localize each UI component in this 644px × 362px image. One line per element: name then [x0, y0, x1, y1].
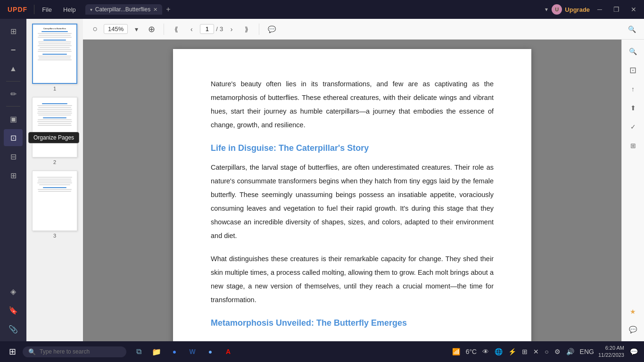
thumbnail-panel[interactable]: Caterpillars to Butterflies 1 [26, 19, 83, 341]
tab-caterpillar[interactable]: ▾ Caterpillar...Butterflies ✕ [85, 4, 162, 15]
right-chat-btn[interactable]: 💬 [625, 321, 642, 337]
taskview-btn[interactable]: ⧉ [130, 343, 147, 360]
unknown-app-icon: ● [208, 348, 212, 355]
titlebar-right: ▾ U Upgrade ─ ❐ ✕ [545, 4, 640, 15]
sidebar-item-bookmark[interactable]: 🔖 [4, 302, 23, 319]
word-icon: W [189, 348, 195, 355]
sidebar-item-edit[interactable]: ✏ [4, 85, 23, 102]
window-dropdown[interactable]: ▾ [545, 6, 548, 13]
pdf-area[interactable]: Nature's beauty often lies in its transf… [83, 40, 621, 341]
titlebar-menu: File Help [37, 4, 81, 15]
page-last-btn[interactable]: ⟫ [240, 23, 253, 36]
page-separator: / [216, 25, 218, 33]
sidebar-item-toc[interactable]: ⊞ [4, 23, 23, 40]
toolbar-sep-2 [259, 24, 259, 35]
taskbar-right: 📶 6°C 👁 🌐 ⚡ ⊞ ✕ ○ ⚙ 🔊 ENG 6:20 AM 11/22/… [451, 345, 640, 359]
page-next-btn[interactable]: › [225, 23, 238, 36]
page-nav: ⟪ ‹ / 3 › ⟫ [170, 23, 253, 36]
zoom-out-btn[interactable]: ○ [89, 23, 102, 36]
right-star-btn[interactable]: ★ [625, 304, 642, 320]
cross-icon[interactable]: ✕ [532, 348, 540, 355]
tab-close-btn[interactable]: ✕ [153, 7, 157, 13]
right-star-icon: ★ [630, 308, 636, 315]
sidebar-item-layers[interactable]: ◈ [4, 283, 23, 300]
menu-file[interactable]: File [37, 4, 57, 15]
acrobat-btn[interactable]: A [220, 343, 237, 360]
browser-icon[interactable]: 🌐 [493, 348, 504, 355]
attachment-icon: 📎 [8, 325, 18, 334]
sidebar-bottom: ◈ 🔖 📎 [4, 283, 23, 341]
word-btn[interactable]: W [184, 343, 201, 360]
page-first-btn[interactable]: ⟪ [170, 23, 183, 36]
titlebar-divider [34, 5, 34, 14]
sidebar-item-minus[interactable]: − [4, 41, 23, 58]
chrome-btn[interactable]: ● [166, 343, 183, 360]
toolbar-sep-1 [164, 24, 164, 35]
sidebar-item-extract[interactable]: ⊞ [4, 167, 23, 184]
maximize-btn[interactable]: ❐ [610, 6, 623, 13]
notification-btn[interactable]: 💬 [627, 345, 640, 358]
main-layout: ⊞ − ▲ ✏ ▣ ⊡ Organize Pages ⊟ ⊞ ◈ 🔖 📎 Cat… [0, 19, 644, 341]
right-search-btn[interactable]: 🔍 [625, 43, 642, 59]
pdf-heading2: Metamorphosis Unveiled: The Butterfly Em… [211, 318, 494, 328]
sidebar-item-attachment[interactable]: 📎 [4, 321, 23, 337]
thumb-page-2[interactable]: 2 [30, 97, 79, 165]
circle-icon[interactable]: ○ [543, 348, 550, 355]
taskview-icon: ⧉ [136, 347, 141, 356]
page-prev-btn[interactable]: ‹ [185, 23, 198, 36]
right-sidebar: 🔍 ⊡ ↑ ⬆ ✓ ⊞ ★ 💬 [621, 40, 644, 341]
right-share-icon: ⬆ [630, 104, 636, 112]
grid-sys-icon[interactable]: ⊞ [520, 348, 529, 355]
right-check-btn[interactable]: ✓ [625, 119, 642, 135]
zoom-in-btn[interactable]: ⊕ [145, 23, 158, 36]
page-prev-icon: ‹ [190, 25, 193, 33]
minimize-btn[interactable]: ─ [594, 6, 606, 13]
upgrade-button[interactable]: U Upgrade [552, 4, 590, 15]
right-chat-icon: 💬 [629, 326, 637, 333]
speaker-icon[interactable]: 🔊 [565, 348, 576, 355]
new-tab-btn[interactable]: + [162, 5, 174, 14]
taskbar-search-input[interactable] [40, 348, 115, 355]
right-share-btn[interactable]: ⬆ [625, 100, 642, 116]
right-scan-icon: ⊡ [629, 65, 636, 75]
comment-btn[interactable]: 💬 [265, 23, 278, 36]
tab-dropdown-arrow[interactable]: ▾ [90, 7, 92, 12]
menu-help[interactable]: Help [58, 4, 81, 15]
lang-display[interactable]: ENG [578, 348, 595, 355]
taskbar: ⊞ 🔍 ⧉ 📁 ● W ● A 📶 6°C 👁 🌐 ⚡ ⊞ ✕ ○ ⚙ 🔊 EN… [0, 341, 644, 362]
right-scan-btn[interactable]: ⊡ [625, 62, 642, 78]
thumb-page-1[interactable]: Caterpillars to Butterflies 1 [30, 24, 79, 91]
start-button[interactable]: ⊞ [4, 343, 21, 360]
sidebar-item-merge[interactable]: ⊟ [4, 148, 23, 165]
zoom-dropdown-btn[interactable]: ▾ [130, 23, 143, 36]
page-first-icon: ⟪ [174, 25, 178, 33]
sidebar-item-stamp[interactable]: ▲ [4, 60, 23, 77]
thumb-page-img-3 [32, 171, 77, 231]
right-upload-btn[interactable]: ↑ [625, 81, 642, 97]
toc-icon: ⊞ [10, 27, 17, 36]
organize-icon: ⊡ [10, 133, 17, 142]
thumb-page-3[interactable]: 3 [30, 171, 79, 239]
sidebar-item-organize[interactable]: ⊡ Organize Pages [4, 129, 23, 146]
page-number-input[interactable] [200, 24, 214, 34]
eye-icon[interactable]: 👁 [481, 348, 490, 355]
settings-sys-icon[interactable]: ⚙ [553, 348, 562, 355]
explorer-icon: 📁 [152, 347, 161, 356]
page-next-icon: › [231, 25, 233, 33]
clock[interactable]: 6:20 AM 11/22/2023 [598, 345, 624, 359]
page-total-num: 3 [220, 25, 223, 33]
pdf-page: Nature's beauty often lies in its transf… [173, 49, 531, 341]
toolbar: ○ 145% ▾ ⊕ ⟪ ‹ / 3 › ⟫ 💬 🔍 [83, 19, 644, 40]
sidebar-sep-2 [6, 106, 20, 107]
zoom-display[interactable]: 145% [104, 24, 128, 34]
close-btn[interactable]: ✕ [627, 6, 640, 13]
search-btn[interactable]: 🔍 [625, 23, 638, 36]
taskbar-search-box[interactable]: 🔍 [23, 346, 126, 357]
wifi-icon[interactable]: 📶 [451, 348, 462, 355]
explorer-btn[interactable]: 📁 [148, 343, 165, 360]
unknown-app-btn[interactable]: ● [202, 343, 219, 360]
bluetooth-icon[interactable]: ⚡ [507, 348, 518, 355]
sidebar-item-ocr[interactable]: ▣ [4, 110, 23, 127]
right-search-icon: 🔍 [629, 48, 637, 55]
right-grid-btn[interactable]: ⊞ [625, 138, 642, 154]
